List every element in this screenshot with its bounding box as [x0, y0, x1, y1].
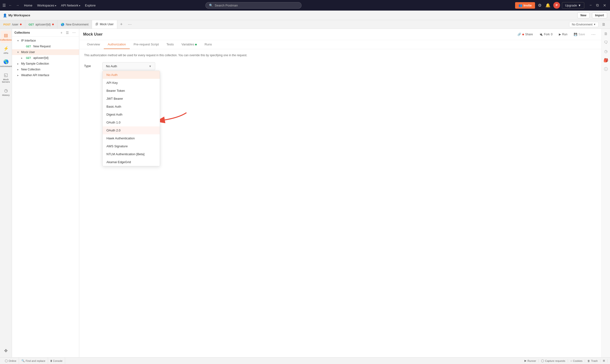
add-tab-button[interactable]: +	[117, 22, 126, 27]
tab-path: api/user/{id}	[35, 23, 51, 26]
right-panel-info-icon[interactable]: ⓘ	[603, 65, 609, 73]
tab-tests[interactable]: Tests	[163, 40, 178, 49]
content-area: Mock User 🔗 Share 🔌 Fork 0 ▶ Run 💾 Save …	[79, 29, 601, 357]
tab-pre-request-script[interactable]: Pre-request Script	[130, 40, 163, 49]
request-title-bar: Mock User 🔗 Share 🔌 Fork 0 ▶ Run 💾 Save …	[79, 29, 601, 40]
right-panel-comments-icon[interactable]: 🗨	[603, 39, 609, 46]
upgrade-button[interactable]: Upgrade ▼	[562, 2, 584, 9]
maximize-button[interactable]: ⧉	[595, 3, 600, 8]
tab-dot	[52, 24, 54, 25]
find-replace-icon: 🔍	[21, 359, 25, 362]
settings-icon[interactable]: ⚙	[537, 2, 543, 9]
console-button[interactable]: ▮ Console	[48, 358, 65, 364]
tab-method-get: GET	[29, 23, 34, 26]
grid-button[interactable]: ⊞	[600, 359, 608, 362]
tab-mock-user[interactable]: 🗐 Mock User	[92, 20, 117, 29]
dropdown-item-jwt-bearer[interactable]: JWT Bearer	[103, 95, 160, 103]
import-button[interactable]: Import	[592, 13, 607, 18]
collections-icon: ▤	[4, 33, 8, 38]
collection-new[interactable]: ► New Collection	[12, 66, 79, 72]
new-button[interactable]: New	[577, 13, 590, 18]
capture-requests-button[interactable]: ◯ Capture requests	[539, 359, 568, 362]
nav-api-network[interactable]: API Network	[59, 3, 82, 8]
sidebar-item-extensions[interactable]: ✥	[1, 346, 11, 355]
trash-button[interactable]: 🗑 Trash	[585, 359, 600, 362]
environment-panel-icon[interactable]: 🗎	[600, 21, 608, 28]
sidebar-item-apis[interactable]: ⚡ APIs	[1, 44, 11, 56]
add-collection-icon[interactable]: +	[60, 30, 64, 35]
share-button[interactable]: 🔗 Share	[516, 32, 535, 37]
dropdown-item-digest-auth[interactable]: Digest Auth	[103, 111, 160, 118]
search-box[interactable]: 🔍 Search Postman	[205, 2, 301, 9]
right-panel-git-icon[interactable]: 🎒	[603, 56, 609, 64]
sidebar-item-mock-servers[interactable]: ◱ Mock Servers	[1, 70, 11, 85]
sidebar-item-history[interactable]: ◷ History	[1, 86, 11, 98]
fork-icon: 🔌	[539, 33, 543, 36]
list-item[interactable]: GET New Request	[12, 43, 79, 49]
more-tabs-button[interactable]: ⋯	[125, 22, 134, 27]
invite-button[interactable]: 👥 Invite	[515, 2, 535, 9]
dropdown-item-no-auth[interactable]: No Auth	[103, 71, 160, 79]
dropdown-item-basic-auth[interactable]: Basic Auth	[103, 103, 160, 111]
bottom-bar: ◯ Online 🔍 Find and replace ▮ Console ▶ …	[0, 357, 610, 364]
dropdown-item-ntlm[interactable]: NTLM Authentication [Beta]	[103, 150, 160, 158]
menu-icon[interactable]: ☰	[2, 3, 6, 8]
cookies-button[interactable]: ○ Cookies	[568, 359, 585, 362]
auth-type-dropdown[interactable]: No Auth ▼	[102, 62, 155, 70]
bell-icon[interactable]: 🔔	[545, 2, 551, 9]
minimize-button[interactable]: −	[588, 3, 593, 8]
runner-button[interactable]: ▶ Runner	[522, 359, 539, 362]
collection-ip-interface[interactable]: ▼ IP Interface	[12, 38, 79, 43]
find-replace-button[interactable]: 🔍 Find and replace	[19, 358, 48, 364]
tab-overview[interactable]: Overview	[83, 40, 104, 49]
sidebar-item-environments[interactable]: 🌎 Environments	[1, 57, 11, 69]
dropdown-item-bearer-token[interactable]: Bearer Token	[103, 87, 160, 95]
list-item[interactable]: ► GET api/user/{id}	[12, 55, 79, 61]
nav-workspaces[interactable]: Workspaces	[35, 3, 58, 8]
tab-runs[interactable]: Runs	[201, 40, 216, 49]
collection-weather-api[interactable]: ► Weather API Interface	[12, 72, 79, 78]
tab-post-user[interactable]: POST /user	[0, 20, 25, 29]
more-options-icon[interactable]: ⋯	[71, 30, 77, 35]
environment-selector[interactable]: No Environment ▼	[569, 22, 598, 27]
avatar[interactable]: P	[553, 2, 560, 9]
dropdown-item-oauth2[interactable]: OAuth 2.0	[103, 126, 160, 134]
tab-get-user-id[interactable]: GET api/user/{id}	[25, 20, 57, 29]
sidebar-item-collections[interactable]: ▤ Collections	[1, 31, 11, 43]
sidebar-icons: ▤ Collections ⚡ APIs 🌎 Environments ◱ Mo…	[0, 29, 12, 357]
more-options-button[interactable]: ⋯	[589, 31, 597, 38]
nav-home[interactable]: Home	[22, 3, 34, 8]
env-icon: 🌎	[61, 23, 65, 26]
environments-icon: 🌎	[3, 59, 9, 65]
dropdown-item-hawk[interactable]: Hawk Authentication	[103, 134, 160, 142]
tab-authorization[interactable]: Authorization	[104, 40, 130, 49]
save-button[interactable]: 💾 Save	[572, 32, 587, 37]
online-status[interactable]: ◯ Online	[2, 358, 19, 364]
chevron-right-icon: ►	[17, 68, 20, 71]
dropdown-item-api-key[interactable]: API Key	[103, 79, 160, 87]
upgrade-arrow-icon: ▼	[578, 4, 581, 7]
nav-explore[interactable]: Explore	[83, 3, 98, 8]
collection-my-sample[interactable]: ► My Sample Collection	[12, 61, 79, 66]
back-button[interactable]: ←	[8, 2, 13, 8]
dropdown-item-akamai[interactable]: Akamai EdgeGrid	[103, 158, 160, 166]
tab-dot	[20, 24, 22, 25]
dropdown-item-aws[interactable]: AWS Signature	[103, 142, 160, 150]
fork-button[interactable]: 🔌 Fork 0	[537, 32, 555, 37]
bottom-right: ▶ Runner ◯ Capture requests ○ Cookies 🗑 …	[522, 359, 608, 362]
topbar-nav: Home Workspaces API Network Explore	[22, 3, 98, 8]
forward-button[interactable]: →	[15, 2, 20, 8]
tab-variables[interactable]: Variables	[178, 40, 201, 49]
collection-mock-user[interactable]: ▼ Mock User	[12, 49, 79, 55]
auth-type-row: Type No Auth ▼ No Auth API Key Bearer To…	[84, 62, 597, 70]
close-button[interactable]: ✕	[602, 3, 608, 8]
right-panel-history-icon[interactable]: ◷	[603, 48, 609, 55]
dropdown-item-oauth1[interactable]: OAuth 1.0	[103, 118, 160, 126]
grid-icon: ⊞	[603, 359, 605, 362]
filter-icon[interactable]: ☰	[65, 30, 70, 35]
run-button[interactable]: ▶ Run	[557, 32, 569, 37]
method-badge: GET	[25, 45, 32, 48]
right-panel-cookies-icon[interactable]: 🗎	[603, 30, 609, 38]
tab-new-environment[interactable]: 🌎 New Environment	[57, 20, 92, 29]
share-dot	[522, 34, 524, 35]
